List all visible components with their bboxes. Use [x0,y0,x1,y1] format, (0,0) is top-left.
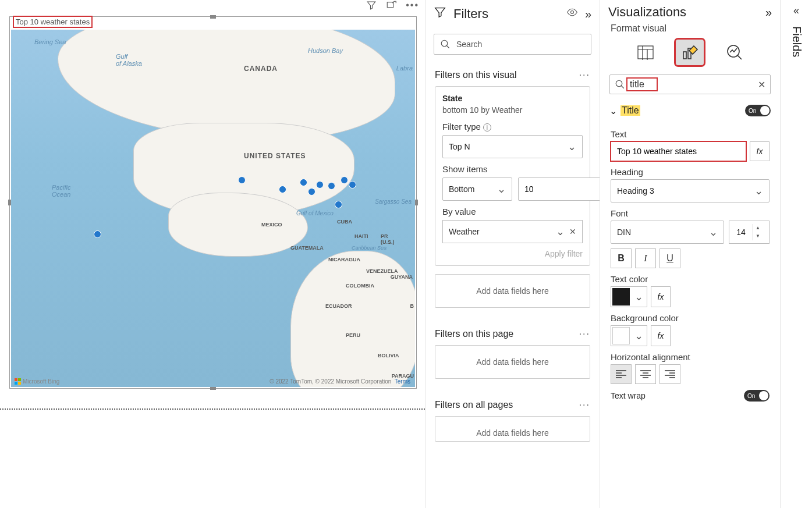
italic-button[interactable]: I [635,248,656,268]
focus-mode-icon[interactable] [386,0,396,13]
map-label: Caribbean Sea [352,245,387,251]
filter-field-name: State [442,94,583,103]
map-data-point[interactable] [300,179,307,186]
bing-logo: Microsoft Bing [15,378,59,385]
search-placeholder: Search [456,40,482,49]
svg-point-1 [570,11,573,14]
bg-color-fx-button[interactable]: fx [651,325,671,346]
bold-button[interactable]: B [611,248,632,268]
text-color-picker[interactable] [611,286,647,307]
filter-icon [434,6,446,22]
heading-select[interactable]: Heading 3 [611,179,770,203]
text-wrap-toggle[interactable]: On [744,390,770,402]
map-label: Gulf of Mexico [296,210,334,216]
map-data-point[interactable] [328,182,335,190]
collapse-pane-icon[interactable]: » [585,8,591,21]
map-data-point[interactable] [279,186,286,193]
align-center-button[interactable] [635,364,656,384]
filter-type-select[interactable]: Top N [442,135,583,158]
text-label: Text [611,129,770,139]
filters-visual-heading: Filters on this visual [435,70,517,80]
map-data-point[interactable] [308,188,315,196]
text-color-fx-button[interactable]: fx [651,286,671,307]
apply-filter-button: Apply filter [442,249,583,258]
format-visual-tab[interactable] [676,40,704,65]
filter-icon[interactable] [366,0,377,13]
chevron-down-icon[interactable] [556,225,565,238]
country-label: UNITED STATES [244,152,306,160]
more-options-icon[interactable]: ••• [406,0,419,13]
filter-type-label: Filter type [442,122,481,132]
country-label: BOLIVIA [378,353,399,358]
add-fields-page[interactable]: Add data fields here [435,345,590,379]
country-label: GUYANA [391,274,413,280]
map-area[interactable]: Bering Sea Gulf of Alaska Hudson Bay Lab… [11,30,415,387]
filters-pane: Filters » Search Filters on this visual … [425,0,600,508]
spinner-up-icon[interactable]: ▲ [753,224,763,232]
clear-search-icon[interactable]: ✕ [758,79,765,90]
map-label: Hudson Bay [308,47,343,54]
country-label: VENEZUELA [366,268,398,274]
font-family-select[interactable]: DIN [611,221,724,244]
format-search[interactable]: ✕ [609,74,771,94]
resize-handle[interactable] [210,15,216,19]
report-canvas: ••• Top 10 weather states Bering Sea Gul… [0,0,425,508]
terms-link[interactable]: Terms [395,378,410,385]
halign-label: Horizontal alignment [611,352,770,362]
section-more-icon[interactable]: ··· [579,70,590,80]
show-items-direction-select[interactable]: Bottom [442,177,512,201]
country-label: B [410,303,414,309]
page-boundary [0,408,425,410]
eye-icon[interactable] [566,6,578,22]
chevron-down-icon [497,183,506,196]
title-text-input[interactable] [611,141,746,161]
add-fields-report[interactable]: Add data fields here [435,416,590,442]
build-visual-tab[interactable] [632,40,659,65]
show-items-count-input[interactable] [518,177,600,201]
analytics-tab[interactable] [721,40,749,65]
format-search-input[interactable] [629,79,655,90]
map-visual[interactable]: Top 10 weather states Bering Sea Gulf of… [9,16,417,389]
chevron-down-icon [631,329,647,342]
map-data-point[interactable] [349,181,356,189]
filters-search[interactable]: Search [434,34,591,55]
chevron-down-icon[interactable]: ⌄ [609,105,617,116]
add-fields-visual[interactable]: Add data fields here [435,274,590,308]
fields-pane: « Fields [780,0,812,508]
visual-title: Top 10 weather states [13,16,92,27]
svg-rect-4 [683,52,686,59]
align-right-button[interactable] [659,364,680,384]
by-value-field-well[interactable]: Weather ✕ [442,220,583,243]
section-more-icon[interactable]: ··· [579,329,590,339]
expand-pane-icon[interactable]: « [793,5,799,17]
country-label: PERU [346,332,360,338]
font-size-spinner[interactable]: ▲▼ [729,221,770,244]
underline-button[interactable]: U [659,248,680,268]
map-data-point[interactable] [316,181,324,189]
map-data-point[interactable] [238,176,246,184]
align-left-button[interactable] [611,364,632,384]
map-data-point[interactable] [335,201,342,208]
title-text-fx-button[interactable]: fx [750,141,770,161]
map-label: Gulf of Alaska [116,53,142,67]
section-more-icon[interactable]: ··· [579,400,590,410]
spinner-down-icon[interactable]: ▼ [753,232,763,240]
filter-summary: bottom 10 by Weather [442,105,583,115]
country-label: HAITI [354,233,368,239]
info-icon[interactable]: i [483,123,491,132]
fields-title[interactable]: Fields [790,26,803,57]
visual-header-toolbar: ••• [366,0,419,13]
remove-field-icon[interactable]: ✕ [569,227,576,236]
country-label: GUATEMALA [290,245,324,251]
text-wrap-label: Text wrap [611,391,646,400]
collapse-pane-icon[interactable]: » [765,6,772,19]
map-label: Bering Sea [34,38,66,45]
title-section-label[interactable]: Title [620,105,640,116]
title-toggle[interactable]: On [745,105,771,116]
filter-card-state[interactable]: State bottom 10 by Weather Filter typei … [435,86,590,266]
country-label: CUBA [337,219,352,225]
map-data-point[interactable] [341,176,348,184]
font-label: Font [611,208,770,218]
bg-color-picker[interactable] [611,325,647,346]
map-data-point[interactable] [94,230,101,238]
